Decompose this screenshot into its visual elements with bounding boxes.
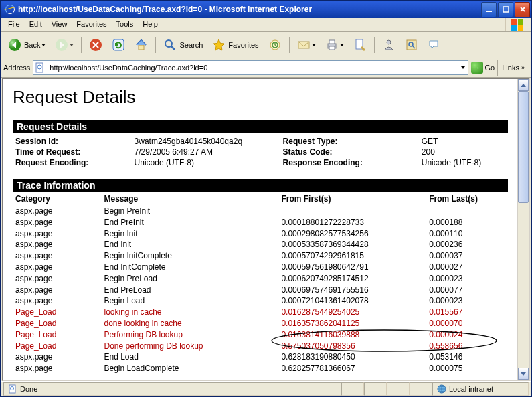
- trace-row: aspx.pageBegin Init0.0002980825775342560…: [13, 228, 508, 240]
- history-button[interactable]: [265, 35, 285, 54]
- trace-cell-category: aspx.page: [13, 206, 104, 217]
- trace-row: aspx.pageEnd PreInit0.000188012722287330…: [13, 217, 508, 228]
- trace-cell-from-first: 0.000721041361402078: [281, 295, 429, 307]
- home-button[interactable]: [131, 35, 151, 54]
- trace-cell-category: aspx.page: [13, 351, 104, 363]
- maximize-button[interactable]: [498, 2, 513, 17]
- page-title: Request Details: [13, 87, 508, 108]
- research-button[interactable]: [402, 35, 422, 54]
- trace-cell-message: End PreInit: [104, 217, 281, 228]
- trace-cell-from-last: 0.000075: [429, 363, 508, 374]
- trace-cell-message: Begin InitComplete: [104, 250, 281, 262]
- trace-cell-category: aspx.page: [13, 285, 104, 296]
- trace-cell-message: Begin LoadComplete: [104, 363, 281, 374]
- svg-point-15: [387, 40, 391, 44]
- col-message: Message: [104, 194, 281, 204]
- status-spacer: [341, 382, 364, 396]
- status-text: Done: [3, 382, 341, 396]
- forward-button[interactable]: [52, 35, 77, 54]
- trace-row: aspx.pageBegin Load0.0007210413614020780…: [13, 295, 508, 307]
- trace-cell-category: Page_Load: [13, 329, 104, 341]
- time-value: 7/29/2005 6:49:27 AM: [132, 147, 280, 157]
- messenger-button[interactable]: [379, 35, 399, 54]
- trace-cell-message: Begin PreLoad: [104, 273, 281, 285]
- stop-button[interactable]: [86, 35, 106, 54]
- go-button[interactable]: → Go: [471, 62, 495, 74]
- back-button[interactable]: Back: [5, 35, 49, 54]
- trace-cell-category: aspx.page: [13, 250, 104, 262]
- trace-row: aspx.pageBegin InitComplete0.00057074292…: [13, 250, 508, 262]
- col-category: Category: [13, 194, 104, 204]
- favorites-button[interactable]: Favorites: [209, 35, 262, 54]
- response-encoding-label: Response Encoding:: [280, 157, 419, 168]
- trace-cell-message: Performing DB lookup: [104, 329, 281, 341]
- trace-cell-from-last: [429, 206, 508, 217]
- status-spacer: [387, 382, 410, 396]
- trace-cell-from-first: 0.00057074292961815: [281, 250, 429, 262]
- titlebar[interactable]: http://localhost/UseDataCaching/Trace.ax…: [1, 1, 531, 18]
- col-from-first: From First(s): [281, 194, 429, 204]
- statusbar: Done Local intranet: [1, 381, 531, 396]
- svg-point-7: [165, 40, 172, 47]
- trace-cell-category: aspx.page: [13, 239, 104, 250]
- menu-favorites[interactable]: Favorites: [72, 18, 111, 31]
- window-title: http://localhost/UseDataCaching/Trace.ax…: [18, 5, 481, 14]
- discuss-button[interactable]: [424, 35, 444, 54]
- trace-row: aspx.pageBegin LoadComplete0.62825778136…: [13, 363, 508, 374]
- address-bar: Address → Go Links »: [1, 58, 531, 78]
- svg-rect-5: [113, 39, 124, 50]
- url-input[interactable]: [48, 62, 459, 74]
- trace-cell-from-last: 0.000110: [429, 228, 508, 240]
- vertical-scrollbar[interactable]: [517, 79, 529, 380]
- trace-cell-category: Page_Load: [13, 341, 104, 352]
- url-field[interactable]: [33, 60, 468, 75]
- trace-cell-from-first: 0.000697574691755516: [281, 285, 429, 296]
- trace-row: Page_LoadDone performing DB lookup0.5750…: [13, 341, 508, 352]
- mail-button[interactable]: [294, 35, 319, 54]
- trace-row: aspx.pageEnd Init0.0005335873693444280.0…: [13, 239, 508, 250]
- trace-cell-message: Begin Load: [104, 295, 281, 307]
- scroll-track[interactable]: [518, 91, 529, 368]
- trace-row: aspx.pageEnd InitComplete0.0005975619806…: [13, 262, 508, 273]
- response-encoding-value: Unicode (UTF-8): [419, 157, 508, 168]
- time-label: Time of Request:: [13, 147, 132, 157]
- ie-window: http://localhost/UseDataCaching/Trace.ax…: [0, 0, 532, 397]
- zone-icon: [437, 384, 446, 394]
- menu-edit[interactable]: Edit: [25, 18, 47, 31]
- trace-cell-message: End Init: [104, 239, 281, 250]
- search-button[interactable]: Search: [160, 35, 206, 54]
- menu-file[interactable]: File: [3, 18, 25, 31]
- page-done-icon: [8, 384, 17, 394]
- request-type-label: Request Type:: [280, 136, 419, 147]
- minimize-button[interactable]: [481, 2, 497, 17]
- url-dropdown-icon[interactable]: [461, 66, 465, 69]
- menu-help[interactable]: Help: [138, 18, 163, 31]
- trace-row: aspx.pageEnd Load0.6281831908804500.0531…: [13, 351, 508, 363]
- trace-cell-from-first: [281, 206, 429, 217]
- menu-tools[interactable]: Tools: [112, 18, 139, 31]
- svg-rect-6: [139, 45, 144, 50]
- toolbar: Back Search Favorites: [1, 32, 531, 58]
- session-id-label: Session Id:: [13, 136, 132, 147]
- refresh-button[interactable]: [108, 35, 128, 54]
- trace-cell-message: looking in cache: [104, 307, 281, 318]
- trace-cell-from-first: 0.575037050798356: [281, 341, 429, 352]
- trace-row: Page_Loadlooking in cache0.0162875449254…: [13, 307, 508, 318]
- close-button[interactable]: [515, 2, 530, 17]
- security-zone[interactable]: Local intranet: [432, 382, 529, 396]
- request-type-value: GET: [419, 136, 508, 147]
- scroll-down-button[interactable]: [518, 368, 529, 380]
- print-button[interactable]: [322, 35, 347, 54]
- scroll-thumb[interactable]: [518, 91, 529, 203]
- links-toolbar[interactable]: Links »: [497, 60, 529, 76]
- scroll-up-button[interactable]: [518, 79, 529, 91]
- page[interactable]: Request Details Request Details Session …: [3, 79, 517, 380]
- content-area: Request Details Request Details Session …: [2, 78, 530, 381]
- menu-view[interactable]: View: [47, 18, 72, 31]
- trace-cell-category: aspx.page: [13, 363, 104, 374]
- trace-cell-category: aspx.page: [13, 273, 104, 285]
- status-code-label: Status Code:: [280, 147, 419, 157]
- trace-cell-from-last: 0.000070: [429, 318, 508, 329]
- trace-cell-from-last: 0.000024: [429, 329, 508, 341]
- edit-button[interactable]: [350, 35, 370, 54]
